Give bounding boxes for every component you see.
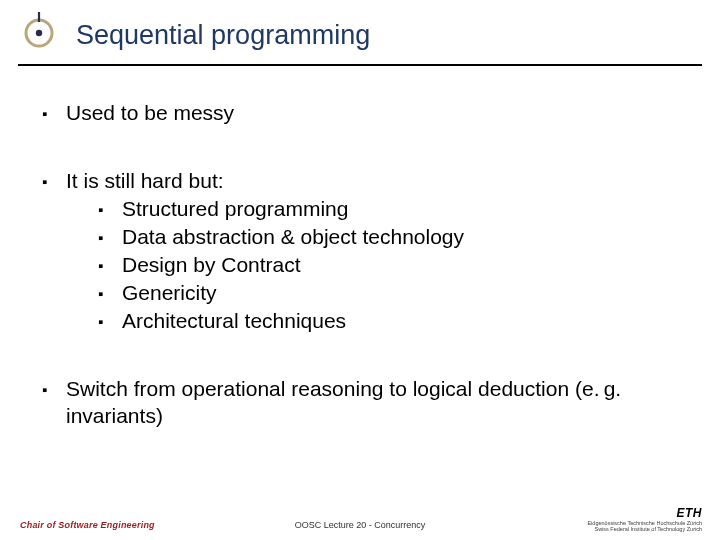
slide-body: ▪ Used to be messy ▪ It is still hard bu… xyxy=(38,100,682,430)
brand-logo: ETH xyxy=(587,506,702,520)
footer-brand: ETH Eidgenössische Technische Hochschule… xyxy=(587,506,702,532)
bullet-marker-icon: ▪ xyxy=(94,308,122,336)
title-underline xyxy=(18,64,702,66)
header: Sequential programming xyxy=(0,10,720,65)
bullet-text: Data abstraction & object technology xyxy=(122,224,682,252)
bullet-text: Genericity xyxy=(122,280,682,308)
bullet-text: Switch from operational reasoning to log… xyxy=(66,376,682,430)
bullet-text: Design by Contract xyxy=(122,252,682,280)
bullet-marker-icon: ▪ xyxy=(94,224,122,252)
bullet-text: It is still hard but: xyxy=(66,168,682,196)
bullet-item: ▪ Structured programming xyxy=(94,196,682,224)
sub-bullet-list: ▪ Structured programming ▪ Data abstract… xyxy=(38,196,682,336)
bullet-item: ▪ Design by Contract xyxy=(94,252,682,280)
bullet-item: ▪ Used to be messy xyxy=(38,100,682,128)
bullet-text: Used to be messy xyxy=(66,100,682,128)
brand-sub-2: Swiss Federal Institute of Technology Zu… xyxy=(587,526,702,532)
bullet-marker-icon: ▪ xyxy=(38,100,66,128)
bullet-text: Structured programming xyxy=(122,196,682,224)
bullet-marker-icon: ▪ xyxy=(38,168,66,196)
bullet-marker-icon: ▪ xyxy=(94,252,122,280)
bullet-item: ▪ Switch from operational reasoning to l… xyxy=(38,376,682,430)
bullet-item: ▪ Data abstraction & object technology xyxy=(94,224,682,252)
bullet-text: Architectural techniques xyxy=(122,308,682,336)
bullet-item: ▪ Architectural techniques xyxy=(94,308,682,336)
bullet-marker-icon: ▪ xyxy=(38,376,66,430)
bullet-item: ▪ Genericity xyxy=(94,280,682,308)
bullet-marker-icon: ▪ xyxy=(94,280,122,308)
bullet-item: ▪ It is still hard but: xyxy=(38,168,682,196)
logo-icon xyxy=(18,12,60,58)
svg-point-1 xyxy=(36,30,42,36)
slide: Sequential programming ▪ Used to be mess… xyxy=(0,0,720,540)
slide-title: Sequential programming xyxy=(76,20,370,51)
bullet-marker-icon: ▪ xyxy=(94,196,122,224)
footer: Chair of Software Engineering OOSC Lectu… xyxy=(0,508,720,530)
